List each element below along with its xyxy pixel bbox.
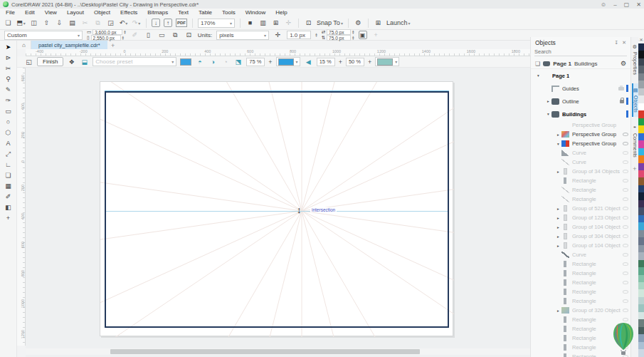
horizon-opacity-field[interactable]: 75 % <box>246 58 265 66</box>
color-swatch[interactable] <box>638 245 644 252</box>
tree-row[interactable]: ▾ Perspective Group <box>531 139 630 148</box>
perspective-preset-combo[interactable]: Choose preset▾ <box>93 57 176 66</box>
page-height-field[interactable]: 2,550.0 px <box>91 35 121 41</box>
save-icon[interactable]: ◫ <box>29 18 38 28</box>
horizon-opacity-stepper[interactable]: + <box>268 58 272 66</box>
row-visibility-icon[interactable] <box>623 170 628 173</box>
color-swatch[interactable] <box>638 170 644 177</box>
duplicate-x-field[interactable]: 75.0 px <box>327 29 351 35</box>
tree-row[interactable]: ▾ Page 1 <box>531 69 630 82</box>
row-visibility-icon[interactable] <box>623 216 628 219</box>
color-swatch[interactable] <box>638 334 644 341</box>
copy-icon[interactable]: ⧉ <box>93 18 102 28</box>
color-swatch[interactable] <box>638 192 644 200</box>
color-swatch[interactable] <box>638 66 644 73</box>
page-height-stepper[interactable]: ▴▾ <box>122 36 125 40</box>
expand-arrow-icon[interactable]: ▸ <box>545 99 551 103</box>
tree-row[interactable]: ▸ Group of 320 Objects <box>531 306 630 315</box>
menu-item[interactable]: View <box>45 9 57 16</box>
color-swatch[interactable] <box>638 304 644 311</box>
row-lock-icon[interactable] <box>618 87 624 90</box>
export-icon[interactable]: ↑ <box>164 19 172 27</box>
color-swatch[interactable] <box>638 207 644 214</box>
tree-row[interactable]: ▸ Group of 104 Objects <box>531 241 630 250</box>
color-swatch[interactable] <box>638 103 644 110</box>
row-visibility-icon[interactable] <box>626 110 628 118</box>
expand-arrow-icon[interactable]: ▾ <box>535 73 542 78</box>
undo-icon[interactable]: ↶▾ <box>119 18 128 28</box>
color-swatch[interactable] <box>638 125 644 133</box>
two-point-perspective-icon[interactable]: ◑ <box>208 57 217 67</box>
expand-arrow-icon[interactable]: ▸ <box>555 133 561 137</box>
color-swatch[interactable] <box>638 88 644 95</box>
color-swatch[interactable] <box>638 222 644 229</box>
color-swatch[interactable] <box>638 267 644 274</box>
freehand-tool[interactable]: ✎ <box>2 85 15 95</box>
color-swatch[interactable] <box>638 327 644 334</box>
add-property-button[interactable]: + <box>371 30 381 40</box>
add-docker-button[interactable]: + <box>633 165 636 172</box>
horizontal-ruler[interactable]: -400-20002004006008001000120014001600180… <box>26 49 530 56</box>
tree-row[interactable]: ▸ Group of 104 Objects <box>531 222 630 232</box>
vp-opacity-stepper[interactable]: + <box>368 58 371 66</box>
menu-item[interactable]: Layout <box>67 9 84 16</box>
add-tools-button[interactable]: + <box>2 213 15 223</box>
import-icon[interactable]: ↓ <box>152 19 160 27</box>
tree-row[interactable]: Perspective Group <box>531 120 630 130</box>
fullscreen-preview-icon[interactable]: ■ <box>246 18 255 28</box>
three-point-perspective-icon[interactable]: ◔ <box>221 57 230 67</box>
snap-to-dropdown[interactable]: Snap To▾ <box>317 19 343 26</box>
page-width-stepper[interactable]: ▴▾ <box>124 30 126 34</box>
nudge-field[interactable]: 1.0 px <box>287 31 311 39</box>
docker-tab[interactable]: ⚙ Properties <box>633 40 638 79</box>
tree-row[interactable]: ▸ Group of 123 Objects <box>531 213 630 222</box>
color-swatch[interactable] <box>638 81 644 88</box>
tree-row[interactable]: Rectangle <box>531 296 630 306</box>
color-swatch[interactable] <box>638 155 644 162</box>
ellipse-tool[interactable]: ○ <box>2 117 15 127</box>
maximize-button[interactable]: ▢ <box>624 1 630 8</box>
row-visibility-icon[interactable] <box>623 207 628 210</box>
snap-icon[interactable]: ⊡ <box>304 18 313 28</box>
row-visibility-icon[interactable] <box>623 318 628 321</box>
color-swatch[interactable] <box>638 73 644 81</box>
tree-row[interactable]: Rectangle <box>531 269 630 278</box>
row-visibility-icon[interactable] <box>623 133 628 136</box>
paste-icon[interactable]: ◲ <box>106 18 115 28</box>
row-visibility-icon[interactable] <box>623 151 628 155</box>
breadcrumb-page[interactable]: Page 1 <box>553 61 571 67</box>
row-visibility-icon[interactable] <box>626 85 628 92</box>
expand-arrow-icon[interactable]: ▾ <box>545 112 551 116</box>
color-swatch[interactable] <box>638 260 644 267</box>
tree-row[interactable]: Curve <box>531 148 630 157</box>
row-visibility-icon[interactable] <box>623 197 628 201</box>
color-swatch[interactable] <box>638 110 644 118</box>
horizon-handle[interactable]: ↕ <box>297 205 302 216</box>
duplicate-y-field[interactable]: 75.0 px <box>327 35 351 41</box>
row-lock-icon[interactable] <box>620 100 624 103</box>
menu-item[interactable]: Help <box>275 9 287 16</box>
open-icon[interactable]: ⬒▾ <box>16 18 26 28</box>
show-rulers-icon[interactable]: ▥ <box>258 18 268 28</box>
horizon-line-color-picker[interactable]: ▾ <box>276 57 300 66</box>
finish-button[interactable]: Finish <box>37 57 63 66</box>
connector-tool[interactable]: ∟ <box>2 160 15 170</box>
home-tab[interactable]: ⌂ <box>17 41 31 49</box>
drawing-page[interactable]: ↕ intersection <box>100 81 453 336</box>
row-visibility-icon[interactable] <box>623 271 628 275</box>
expand-arrow-icon[interactable]: ▸ <box>555 225 561 229</box>
search-input[interactable] <box>534 48 627 56</box>
menu-item[interactable]: Edit <box>25 9 35 16</box>
color-swatch[interactable] <box>638 342 644 349</box>
share-icon[interactable]: ⇧ <box>42 18 51 28</box>
docker-tab[interactable]: ▤ Objects <box>632 83 638 117</box>
docker-tab[interactable]: ❝ Comments <box>633 121 638 162</box>
row-visibility-icon[interactable] <box>626 98 628 105</box>
breadcrumb-layer[interactable]: Buildings <box>574 61 597 67</box>
row-visibility-icon[interactable] <box>623 253 628 257</box>
pick-tool[interactable]: ➤ <box>2 42 15 52</box>
color-swatch[interactable] <box>638 148 644 155</box>
rectangle-tool[interactable]: ▭ <box>2 106 15 116</box>
tree-row[interactable]: ▸ Group of 521 Objects <box>531 204 630 213</box>
palette-close-icon[interactable]: ✕ <box>638 37 644 43</box>
